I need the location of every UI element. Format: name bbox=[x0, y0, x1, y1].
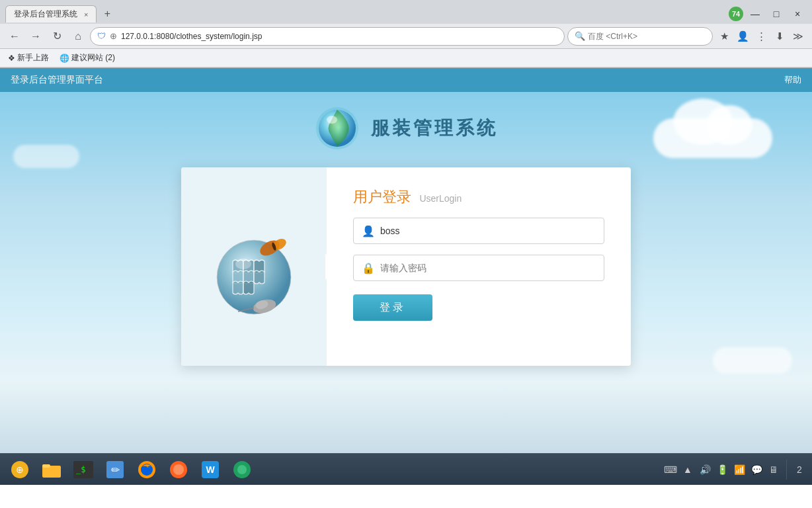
bookmark-icon-1: 🌐 bbox=[60, 54, 69, 63]
tab-close-button[interactable]: × bbox=[84, 11, 88, 19]
bookmark-item-1[interactable]: 🌐 建议网站 (2) bbox=[57, 51, 118, 65]
site-icon: ⊕ bbox=[110, 31, 117, 41]
svg-point-2 bbox=[327, 116, 337, 124]
toolbar-icons: ★ 👤 ⋮ ⬇ ≫ bbox=[715, 28, 807, 45]
close-button[interactable]: × bbox=[788, 5, 807, 23]
browser-badge: 74 bbox=[729, 7, 743, 21]
svg-rect-14 bbox=[42, 464, 50, 468]
search-icon: 🔍 bbox=[575, 31, 585, 41]
decorative-globe bbox=[201, 214, 307, 319]
username-wrapper: 👤 bbox=[353, 218, 604, 244]
taskbar-folder[interactable] bbox=[37, 456, 66, 483]
app-header-title: 登录后台管理界面平台 bbox=[11, 74, 103, 86]
login-title: 用户登录 bbox=[353, 189, 411, 205]
tray-volume[interactable]: 🔊 bbox=[698, 462, 712, 477]
tray-chevron[interactable]: ▲ bbox=[680, 462, 695, 477]
taskbar-tray: ⌨ ▲ 🔊 🔋 📶 💬 🖥 2 bbox=[663, 460, 807, 480]
bookmark-icon-0: ❖ bbox=[8, 54, 15, 63]
tray-network[interactable]: 📶 bbox=[732, 462, 747, 477]
taskbar-edit[interactable]: ✏ bbox=[101, 456, 130, 483]
edit-icon: ✏ bbox=[105, 460, 125, 480]
svg-point-10 bbox=[235, 259, 251, 269]
login-button[interactable]: 登录 bbox=[353, 294, 432, 321]
blue-app-icon: W bbox=[200, 460, 220, 480]
folder-icon bbox=[41, 459, 62, 480]
logo-area: 服装管理系统 bbox=[314, 105, 498, 151]
start-button[interactable]: ⊕ bbox=[5, 456, 34, 483]
shield-icon: 🛡 bbox=[97, 31, 106, 41]
svg-point-22 bbox=[173, 464, 184, 475]
bookmark-label-1: 建议网站 (2) bbox=[71, 52, 115, 64]
tray-monitor[interactable]: 🖥 bbox=[766, 462, 781, 477]
login-left-panel bbox=[181, 167, 327, 366]
tray-msg[interactable]: 💬 bbox=[749, 462, 764, 477]
new-tab-button[interactable]: + bbox=[99, 6, 115, 22]
show-desktop[interactable]: 2 bbox=[792, 462, 807, 477]
forward-button[interactable]: → bbox=[26, 27, 45, 46]
minimize-button[interactable]: — bbox=[746, 5, 764, 23]
address-bar-container[interactable]: 🛡 ⊕ bbox=[90, 27, 565, 46]
more-icon[interactable]: ≫ bbox=[790, 28, 807, 45]
taskbar-green-app[interactable] bbox=[227, 456, 257, 483]
bookmark-icon[interactable]: ★ bbox=[715, 28, 733, 45]
taskbar-blue-app[interactable]: W bbox=[196, 456, 225, 483]
cloud-decoration-1 bbox=[653, 118, 772, 158]
back-button[interactable]: ← bbox=[5, 27, 24, 46]
login-title-area: 用户登录 UserLogin bbox=[353, 187, 604, 207]
svg-text:✏: ✏ bbox=[111, 464, 120, 476]
search-bar[interactable]: 🔍 bbox=[567, 27, 713, 46]
active-tab[interactable]: 登录后台管理系统 × bbox=[5, 5, 97, 22]
firefox-icon bbox=[137, 460, 157, 480]
maximize-button[interactable]: □ bbox=[767, 5, 786, 23]
bookmarks-bar: ❖ 新手上路 🌐 建议网站 (2) bbox=[0, 49, 812, 67]
orange-icon bbox=[169, 460, 188, 480]
app-header: 登录后台管理界面平台 帮助 bbox=[0, 68, 812, 92]
cloud-decoration-3 bbox=[13, 145, 79, 168]
settings-icon[interactable]: ⋮ bbox=[752, 28, 770, 45]
password-wrapper: 🔒 bbox=[353, 255, 604, 281]
svg-text:W: W bbox=[206, 464, 215, 475]
taskbar: ⊕ _$ ✏ W bbox=[0, 453, 812, 485]
start-icon: ⊕ bbox=[11, 460, 29, 479]
svg-point-26 bbox=[237, 465, 247, 474]
profile-icon[interactable]: 👤 bbox=[734, 28, 751, 45]
download-icon[interactable]: ⬇ bbox=[771, 28, 788, 45]
main-content: 服装管理系统 bbox=[0, 92, 812, 453]
tray-divider bbox=[786, 460, 787, 480]
taskbar-firefox[interactable] bbox=[132, 456, 161, 483]
refresh-button[interactable]: ↻ bbox=[48, 27, 66, 46]
bookmark-label-0: 新手上路 bbox=[17, 52, 49, 64]
terminal-icon: _$ bbox=[73, 460, 94, 479]
logo-title: 服装管理系统 bbox=[371, 116, 498, 141]
svg-text:⊕: ⊕ bbox=[16, 464, 24, 475]
address-input[interactable] bbox=[121, 32, 557, 41]
panel-divider bbox=[325, 253, 327, 280]
tab-bar: 登录后台管理系统 × + 74 — □ × bbox=[0, 0, 812, 24]
cloud-decoration-2 bbox=[713, 347, 792, 374]
login-card: 用户登录 UserLogin 👤 🔒 登录 bbox=[181, 167, 631, 366]
user-icon: 👤 bbox=[362, 225, 375, 237]
tray-battery[interactable]: 🔋 bbox=[715, 462, 729, 477]
password-input[interactable] bbox=[380, 263, 596, 273]
browser-toolbar: ← → ↻ ⌂ 🛡 ⊕ 🔍 ★ 👤 ⋮ ⬇ ≫ bbox=[0, 24, 812, 49]
bookmark-item-0[interactable]: ❖ 新手上路 bbox=[5, 51, 52, 65]
home-button[interactable]: ⌂ bbox=[69, 27, 87, 46]
search-input[interactable] bbox=[588, 32, 706, 41]
svg-text:_$: _$ bbox=[76, 465, 85, 474]
tray-keyboard[interactable]: ⌨ bbox=[663, 462, 678, 477]
username-input[interactable] bbox=[380, 226, 596, 236]
green-app-icon bbox=[232, 460, 252, 480]
help-link[interactable]: 帮助 bbox=[784, 74, 801, 86]
login-subtitle: UserLogin bbox=[419, 193, 462, 204]
login-form-panel: 用户登录 UserLogin 👤 🔒 登录 bbox=[327, 167, 631, 366]
logo-icon bbox=[314, 105, 360, 151]
tab-title: 登录后台管理系统 bbox=[14, 9, 77, 20]
lock-icon: 🔒 bbox=[362, 262, 375, 275]
taskbar-orange[interactable] bbox=[164, 456, 193, 483]
taskbar-terminal[interactable]: _$ bbox=[69, 456, 98, 483]
